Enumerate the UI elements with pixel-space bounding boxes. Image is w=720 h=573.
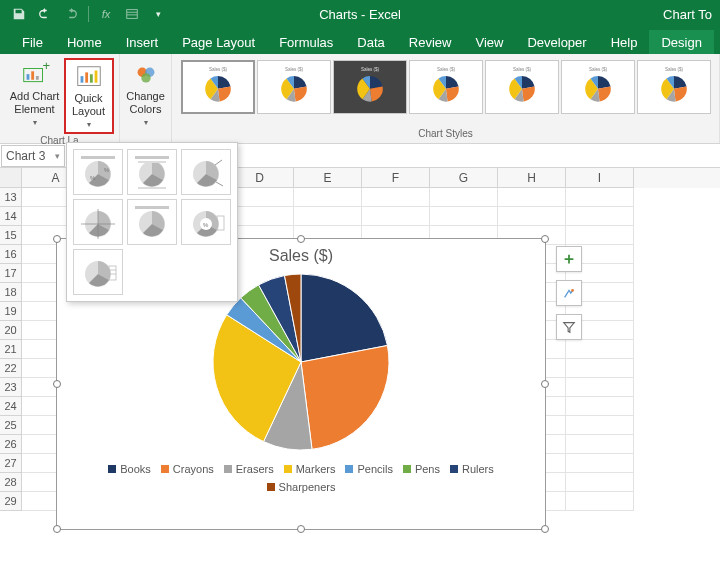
tab-help[interactable]: Help xyxy=(599,30,650,54)
chart-style-2[interactable]: Sales ($) xyxy=(257,60,331,114)
cell[interactable] xyxy=(566,435,634,454)
row-header[interactable]: 18 xyxy=(0,283,22,302)
row-header[interactable]: 29 xyxy=(0,492,22,511)
row-header[interactable]: 21 xyxy=(0,340,22,359)
cell[interactable] xyxy=(566,397,634,416)
cell[interactable] xyxy=(498,207,566,226)
resize-handle[interactable] xyxy=(53,380,61,388)
pie-slice-crayons[interactable] xyxy=(301,346,389,450)
resize-handle[interactable] xyxy=(53,525,61,533)
chart-style-4[interactable]: Sales ($) xyxy=(409,60,483,114)
quick-layout-button[interactable]: Quick Layout ▾ xyxy=(64,58,114,134)
legend-item[interactable]: Markers xyxy=(284,463,336,475)
chart-style-5[interactable]: Sales ($) xyxy=(485,60,559,114)
chart-style-7[interactable]: Sales ($) xyxy=(637,60,711,114)
row-header[interactable]: 25 xyxy=(0,416,22,435)
cell[interactable] xyxy=(566,492,634,511)
legend-item[interactable]: Books xyxy=(108,463,151,475)
row-header[interactable]: 26 xyxy=(0,435,22,454)
quick-layout-option-3[interactable] xyxy=(181,149,231,195)
chart-style-6[interactable]: Sales ($) xyxy=(561,60,635,114)
row-header[interactable]: 19 xyxy=(0,302,22,321)
cell[interactable] xyxy=(430,188,498,207)
legend-item[interactable]: Crayons xyxy=(161,463,214,475)
row-header[interactable]: 13 xyxy=(0,188,22,207)
cell[interactable] xyxy=(566,188,634,207)
legend-item[interactable]: Rulers xyxy=(450,463,494,475)
quick-layout-option-7[interactable] xyxy=(73,249,123,295)
column-header[interactable]: I xyxy=(566,168,634,188)
column-header[interactable]: G xyxy=(430,168,498,188)
column-header[interactable]: E xyxy=(294,168,362,188)
row-header[interactable]: 15 xyxy=(0,226,22,245)
quick-layout-option-5[interactable] xyxy=(127,199,177,245)
resize-handle[interactable] xyxy=(53,235,61,243)
column-header[interactable]: H xyxy=(498,168,566,188)
row-header[interactable]: 17 xyxy=(0,264,22,283)
tab-page-layout[interactable]: Page Layout xyxy=(170,30,267,54)
formula-bar[interactable] xyxy=(266,146,720,166)
resize-handle[interactable] xyxy=(541,525,549,533)
quick-layout-option-6[interactable]: % xyxy=(181,199,231,245)
fx-icon[interactable]: fx xyxy=(95,4,117,24)
qat-customize-icon[interactable]: ▾ xyxy=(147,4,169,24)
tab-review[interactable]: Review xyxy=(397,30,464,54)
cell[interactable] xyxy=(498,188,566,207)
row-header[interactable]: 28 xyxy=(0,473,22,492)
undo-icon[interactable] xyxy=(34,4,56,24)
cell[interactable] xyxy=(566,454,634,473)
resize-handle[interactable] xyxy=(541,235,549,243)
resize-handle[interactable] xyxy=(297,235,305,243)
cell[interactable] xyxy=(566,378,634,397)
chart-styles-button[interactable] xyxy=(556,280,582,306)
row-header[interactable]: 23 xyxy=(0,378,22,397)
cell[interactable] xyxy=(362,207,430,226)
cell[interactable] xyxy=(566,207,634,226)
row-header[interactable]: 14 xyxy=(0,207,22,226)
change-colors-button[interactable]: Change Colors ▾ xyxy=(121,58,171,130)
row-header[interactable]: 27 xyxy=(0,454,22,473)
resize-handle[interactable] xyxy=(541,380,549,388)
svg-rect-9 xyxy=(80,76,83,83)
tab-design[interactable]: Design xyxy=(649,30,713,54)
tab-view[interactable]: View xyxy=(463,30,515,54)
chart-style-3[interactable]: Sales ($) xyxy=(333,60,407,114)
cell[interactable] xyxy=(566,416,634,435)
legend-item[interactable]: Erasers xyxy=(224,463,274,475)
row-header[interactable]: 22 xyxy=(0,359,22,378)
cell[interactable] xyxy=(566,340,634,359)
cell[interactable] xyxy=(362,188,430,207)
cell[interactable] xyxy=(566,226,634,245)
row-header[interactable]: 16 xyxy=(0,245,22,264)
chart-style-1[interactable]: Sales ($) xyxy=(181,60,255,114)
legend-item[interactable]: Pens xyxy=(403,463,440,475)
quick-layout-option-1[interactable]: %% xyxy=(73,149,123,195)
tab-data[interactable]: Data xyxy=(345,30,396,54)
save-icon[interactable] xyxy=(8,4,30,24)
redo-icon[interactable] xyxy=(60,4,82,24)
chart-elements-button[interactable] xyxy=(556,246,582,272)
tab-formulas[interactable]: Formulas xyxy=(267,30,345,54)
tableform-icon[interactable] xyxy=(121,4,143,24)
chart-filters-button[interactable] xyxy=(556,314,582,340)
tab-home[interactable]: Home xyxy=(55,30,114,54)
cell[interactable] xyxy=(294,188,362,207)
chart-legend[interactable]: BooksCrayonsErasersMarkersPencilsPensRul… xyxy=(57,457,545,499)
cell[interactable] xyxy=(430,207,498,226)
cell[interactable] xyxy=(566,473,634,492)
tab-insert[interactable]: Insert xyxy=(114,30,171,54)
legend-item[interactable]: Sharpeners xyxy=(267,481,336,493)
quick-layout-option-4[interactable] xyxy=(73,199,123,245)
add-chart-element-button[interactable]: + Add Chart Element ▾ xyxy=(6,58,64,134)
select-all-corner[interactable] xyxy=(0,168,22,188)
cell[interactable] xyxy=(566,359,634,378)
cell[interactable] xyxy=(294,207,362,226)
quick-layout-option-2[interactable] xyxy=(127,149,177,195)
tab-developer[interactable]: Developer xyxy=(515,30,598,54)
legend-item[interactable]: Pencils xyxy=(345,463,392,475)
column-header[interactable]: F xyxy=(362,168,430,188)
tab-file[interactable]: File xyxy=(10,30,55,54)
resize-handle[interactable] xyxy=(297,525,305,533)
row-header[interactable]: 24 xyxy=(0,397,22,416)
row-header[interactable]: 20 xyxy=(0,321,22,340)
